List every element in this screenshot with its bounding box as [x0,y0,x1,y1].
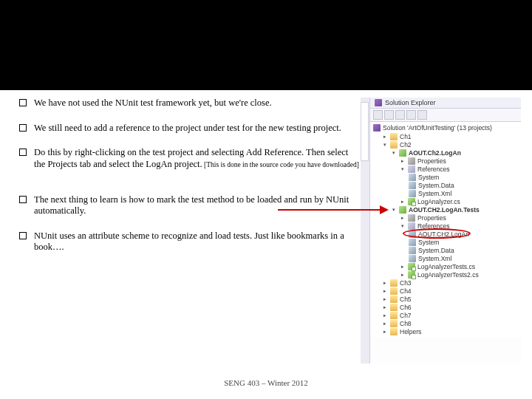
folder-icon [390,320,398,327]
expander-icon[interactable]: ▾ [400,223,406,229]
folder-label: Ch6 [400,304,412,311]
expander-icon[interactable]: ▸ [382,280,388,286]
bullet-box-icon [19,149,27,156]
assembly-icon [409,231,416,238]
reference-item[interactable]: System.Data [373,246,518,254]
folder-label: Ch1 [400,133,412,140]
references-node[interactable]: ▾References [373,165,518,173]
toolbar-button[interactable] [395,110,405,120]
assembly-icon [409,190,416,197]
bullet-2: We still need to add a reference to the … [19,123,361,134]
expander-icon[interactable]: ▸ [382,134,388,140]
reference-item[interactable]: System [373,238,518,246]
reference-label: System [418,174,439,181]
project-node[interactable]: ▾AOUT.CH2.LogAn.Tests [373,205,518,214]
bullet-1: We have not used the NUnit test framewor… [19,98,361,109]
toolbar-button[interactable] [406,110,416,120]
expander-icon[interactable]: ▸ [400,215,406,221]
reference-label: System.Data [418,182,454,189]
expander-icon[interactable]: ▸ [400,158,406,164]
file-label: LogAnalyzer.cs [417,198,460,205]
reference-item[interactable]: System.Xml [373,254,518,262]
expander-icon[interactable]: ▸ [382,329,388,335]
assembly-icon [409,182,416,189]
folder-node[interactable]: ▸Ch6 [373,303,518,311]
folder-node[interactable]: ▸Ch1 [373,132,518,140]
toolbar-button[interactable] [373,110,383,120]
bullet-2-text: We still need to add a reference to the … [34,123,361,134]
bullet-4: The next thing to learn is how to mark t… [19,194,361,217]
expander-icon[interactable]: ▾ [382,142,388,148]
solution-node[interactable]: Solution 'ArtOfUnitTesting' (13 projects… [373,123,518,132]
bullet-4-text: The next thing to learn is how to mark t… [34,194,361,217]
solution-explorer-toolbar [370,109,521,122]
solution-explorer-title-text: Solution Explorer [385,99,436,106]
folder-label: Ch5 [400,296,412,303]
project-node[interactable]: ▾AOUT.Ch2.LogAn [373,149,518,157]
expander-icon[interactable]: ▸ [382,313,388,318]
csproj-icon [399,206,406,214]
folder-node[interactable]: ▸Ch8 [373,319,518,327]
reference-item-highlighted[interactable]: AOUT.CH2.LogAn [373,230,518,238]
bullet-box-icon [19,99,27,106]
references-node[interactable]: ▾References [373,222,518,230]
expander-icon[interactable]: ▾ [391,150,397,156]
folder-node[interactable]: ▾Ch2 [373,140,518,149]
solution-icon [373,124,381,132]
bullet-3-text: Do this by right-clicking on the test pr… [34,147,361,170]
assembly-icon [409,174,416,181]
folder-node[interactable]: ▸Ch5 [373,295,518,303]
properties-node[interactable]: ▸Properties [373,157,518,165]
expander-icon[interactable]: ▸ [400,264,406,270]
expander-icon[interactable]: ▸ [382,288,388,294]
expander-icon[interactable]: ▸ [400,199,406,205]
folder-icon [390,328,398,335]
solution-explorer-tree: Solution 'ArtOfUnitTesting' (13 projects… [370,122,521,337]
properties-label: Properties [417,214,446,222]
references-icon [408,166,415,173]
csharp-file-icon [408,263,415,270]
toolbar-button[interactable] [417,110,427,120]
file-label: LogAnalyzerTests2.cs [417,271,479,279]
folder-icon [390,133,398,140]
folder-label: Ch7 [400,312,412,319]
expander-icon[interactable]: ▾ [400,166,406,172]
csproj-icon [399,149,406,157]
expander-icon[interactable]: ▾ [391,207,397,213]
reference-label: System.Xml [418,255,451,262]
folder-node[interactable]: ▸Helpers [373,327,518,335]
solution-label: Solution 'ArtOfUnitTesting' (13 projects… [383,124,492,132]
reference-item[interactable]: System.Data [373,181,518,189]
slide-header [0,0,532,90]
expander-icon[interactable]: ▸ [382,304,388,310]
expander-icon[interactable]: ▸ [382,321,388,327]
file-node[interactable]: ▸LogAnalyzer.cs [373,197,518,205]
reference-label: System [418,239,439,246]
reference-label: System.Xml [418,190,451,197]
assembly-icon [409,247,416,254]
reference-item[interactable]: System.Xml [373,189,518,197]
expander-icon[interactable]: ▸ [400,272,406,278]
file-node[interactable]: ▸LogAnalyzerTests2.cs [373,270,518,279]
folder-node[interactable]: ▸Ch4 [373,287,518,295]
references-label: References [417,222,449,230]
reference-item[interactable]: System [373,173,518,181]
properties-node[interactable]: ▸Properties [373,214,518,222]
folder-icon [390,296,398,303]
folder-node[interactable]: ▸Ch3 [373,279,518,287]
reference-label: AOUT.CH2.LogAn [418,231,469,238]
toolbar-button[interactable] [384,110,394,120]
folder-icon [390,141,398,149]
bullet-box-icon [19,232,27,239]
slide-footer: SENG 403 – Winter 2012 [0,378,532,387]
expander-icon[interactable]: ▸ [382,296,388,302]
folder-node[interactable]: ▸Ch7 [373,311,518,319]
file-label: LogAnalyzerTests.cs [417,263,475,270]
file-node[interactable]: ▸LogAnalyzerTests.cs [373,262,518,270]
bullet-box-icon [19,196,27,203]
bullet-box-icon [19,124,27,132]
project-label: AOUT.Ch2.LogAn [409,149,461,157]
folder-label: Ch3 [400,279,412,287]
side-tab[interactable] [361,102,369,161]
folder-label: Ch4 [400,287,412,295]
